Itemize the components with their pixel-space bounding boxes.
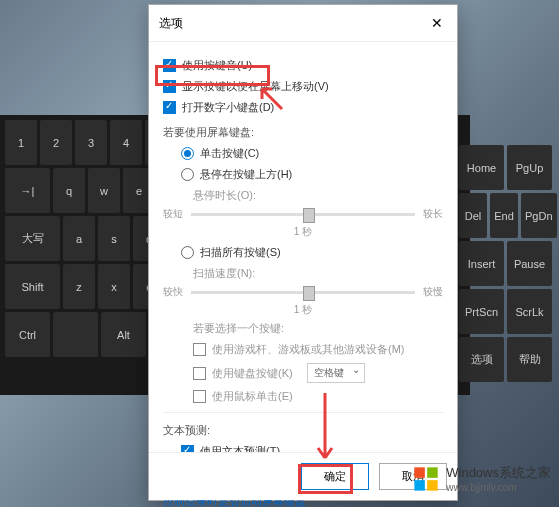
svg-rect-2	[415, 480, 426, 491]
key-options[interactable]: 选项	[459, 337, 504, 382]
label-numpad: 打开数字小键盘(D)	[182, 100, 274, 115]
watermark-title: Windows系统之家	[446, 464, 551, 482]
key[interactable]: 4	[110, 120, 142, 165]
key-pgdn[interactable]: PgDn	[521, 193, 557, 238]
key[interactable]: w	[88, 168, 120, 213]
hover-slider[interactable]	[191, 213, 415, 216]
windows-logo-icon	[412, 465, 440, 493]
watermark: Windows系统之家 www.bjjmlv.com	[412, 464, 551, 493]
label-click: 单击按键(C)	[200, 146, 259, 161]
key-pgup[interactable]: PgUp	[507, 145, 552, 190]
key[interactable]: s	[98, 216, 130, 261]
scan-speed-label: 扫描速度(N):	[193, 266, 443, 281]
key[interactable]: z	[63, 264, 95, 309]
svg-rect-0	[415, 467, 426, 478]
key[interactable]: 1	[5, 120, 37, 165]
key-ctrl[interactable]: Ctrl	[5, 312, 50, 357]
radio-click[interactable]	[181, 147, 194, 160]
key-end[interactable]: End	[490, 193, 518, 238]
label-show-keys: 显示按键以便在屏幕上移动(V)	[182, 79, 329, 94]
label-sound: 使用按键音(U)	[182, 58, 252, 73]
checkbox-sound[interactable]	[163, 59, 176, 72]
section-osk-label: 若要使用屏幕键盘:	[163, 125, 443, 140]
dialog-title: 选项	[159, 15, 183, 32]
key-pause[interactable]: Pause	[507, 241, 552, 286]
checkbox-numpad[interactable]	[163, 101, 176, 114]
radio-scan[interactable]	[181, 246, 194, 259]
watermark-url: www.bjjmlv.com	[446, 482, 551, 493]
hover-time-label: 悬停时长(O):	[193, 188, 443, 203]
key[interactable]: a	[63, 216, 95, 261]
key-home[interactable]: Home	[459, 145, 504, 190]
ok-button[interactable]: 确定	[301, 463, 369, 490]
checkbox-joystick[interactable]	[193, 343, 206, 356]
radio-hover[interactable]	[181, 168, 194, 181]
key-insert[interactable]: Insert	[459, 241, 504, 286]
dialog-titlebar: 选项 ✕	[149, 5, 457, 42]
label-hover: 悬停在按键上方(H)	[200, 167, 292, 182]
button-bar: 确定 取消	[149, 452, 457, 500]
scan-slider[interactable]	[191, 291, 415, 294]
label-scan: 扫描所有按键(S)	[200, 245, 281, 260]
section-predict: 文本预测:	[163, 423, 443, 438]
svg-rect-3	[427, 480, 438, 491]
key-select[interactable]: 空格键	[307, 363, 365, 383]
key-prtscn[interactable]: PrtScn	[459, 289, 504, 334]
key-tab[interactable]: →|	[5, 168, 50, 213]
key[interactable]: x	[98, 264, 130, 309]
checkbox-show-keys[interactable]	[163, 80, 176, 93]
key-alt[interactable]: Alt	[101, 312, 146, 357]
checkbox-mouse[interactable]	[193, 390, 206, 403]
key-shift[interactable]: Shift	[5, 264, 60, 309]
select-key-label: 若要选择一个按键:	[193, 321, 443, 336]
key-help[interactable]: 帮助	[507, 337, 552, 382]
key-win[interactable]	[53, 312, 98, 357]
key[interactable]: 3	[75, 120, 107, 165]
key-scrlk[interactable]: ScrLk	[507, 289, 552, 334]
close-button[interactable]: ✕	[427, 13, 447, 33]
key[interactable]: 2	[40, 120, 72, 165]
key-del[interactable]: Del	[459, 193, 487, 238]
key[interactable]: q	[53, 168, 85, 213]
key-caps[interactable]: 大写	[5, 216, 60, 261]
options-dialog: 选项 ✕ 使用按键音(U) 显示按键以便在屏幕上移动(V) 打开数字小键盘(D)…	[148, 4, 458, 501]
svg-rect-1	[427, 467, 438, 478]
checkbox-keyboard[interactable]	[193, 367, 206, 380]
